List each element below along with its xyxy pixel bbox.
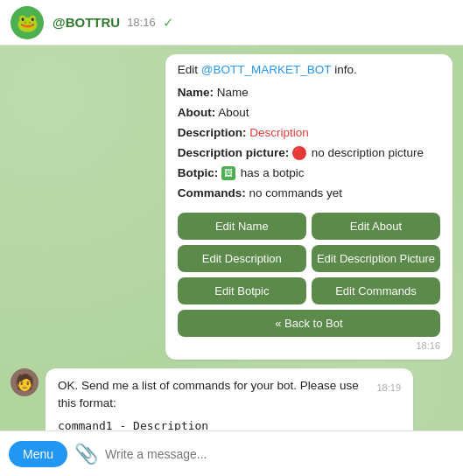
- bot-emoji: 🐸: [17, 12, 39, 33]
- field-commands: Commands: no commands yet: [178, 184, 440, 204]
- bot-username: @BOTTRU: [53, 15, 120, 30]
- btn-edit-about[interactable]: Edit About: [312, 213, 440, 240]
- btn-edit-description[interactable]: Edit Description: [178, 245, 306, 272]
- message-input[interactable]: [105, 447, 454, 461]
- incoming-time: 18:19: [376, 381, 401, 396]
- field-desc-value: Description: [247, 126, 309, 139]
- btn-edit-botpic[interactable]: Edit Botpic: [178, 277, 306, 304]
- user-avatar-emoji: 🧑: [15, 373, 34, 392]
- bot-avatar: 🐸: [11, 6, 44, 39]
- field-commands-value: no commands yet: [246, 186, 342, 200]
- read-checkmark: ✓: [163, 15, 174, 31]
- incoming-text-line1: OK. Send me a list of commands for your …: [58, 379, 359, 410]
- field-name: Name: Name: [178, 83, 440, 103]
- bubble-time: 18:16: [178, 340, 440, 351]
- code-block: command1 - Description command2 - Anothe…: [58, 417, 401, 430]
- field-commands-label: Commands:: [178, 186, 246, 200]
- field-name-label: Name:: [178, 86, 214, 99]
- outgoing-message-bubble: Edit @BOTT_MARKET_BOT info. Name: Name A…: [165, 54, 452, 360]
- menu-button[interactable]: Menu: [9, 441, 67, 467]
- btn-edit-commands[interactable]: Edit Commands: [312, 277, 440, 304]
- user-avatar: 🧑: [11, 368, 39, 396]
- botpic-icon: 🖼: [221, 166, 235, 180]
- chat-area: Edit @BOTT_MARKET_BOT info. Name: Name A…: [0, 46, 463, 430]
- attach-icon[interactable]: 📎: [74, 443, 98, 466]
- field-name-value: Name: [214, 86, 249, 99]
- field-botpic: Botpic: 🖼 has a botpic: [178, 164, 440, 184]
- info-grid: Name: Name About: About Description: Des…: [178, 83, 440, 204]
- code-line1: command1 - Description: [58, 417, 401, 430]
- no-picture-icon: 🚫: [292, 146, 306, 160]
- top-bar-info: @BOTTRU 18:16 ✓: [53, 15, 174, 31]
- bubble-header: Edit @BOTT_MARKET_BOT info.: [178, 63, 440, 76]
- bottom-bar: Menu 📎: [0, 430, 463, 476]
- btn-back-to-bot[interactable]: « Back to Bot: [178, 310, 440, 337]
- btn-edit-desc-picture[interactable]: Edit Description Picture: [312, 245, 440, 272]
- field-about-value: About: [215, 106, 249, 119]
- field-desc-pic-label: Description picture:: [178, 146, 290, 159]
- field-description: Description: Description: [178, 123, 440, 144]
- top-bar: 🐸 @BOTTRU 18:16 ✓: [0, 0, 463, 46]
- field-desc-label: Description:: [178, 126, 247, 139]
- field-botpic-label: Botpic:: [178, 166, 219, 179]
- field-botpic-value: has a botpic: [237, 166, 305, 179]
- field-desc-pic-value: no description picture: [308, 146, 424, 159]
- field-about-label: About:: [178, 106, 215, 119]
- field-desc-picture: Description picture: 🚫 no description pi…: [178, 144, 440, 164]
- field-about: About: About: [178, 103, 440, 123]
- btn-edit-name[interactable]: Edit Name: [178, 213, 306, 240]
- action-buttons: Edit Name Edit About Edit Description Ed…: [178, 213, 440, 337]
- incoming-bubble: 18:19 OK. Send me a list of commands for…: [46, 368, 413, 430]
- bot-link: @BOTT_MARKET_BOT: [201, 63, 332, 76]
- message-time: 18:16: [127, 16, 156, 29]
- incoming-message: 🧑 18:19 OK. Send me a list of commands f…: [11, 368, 413, 430]
